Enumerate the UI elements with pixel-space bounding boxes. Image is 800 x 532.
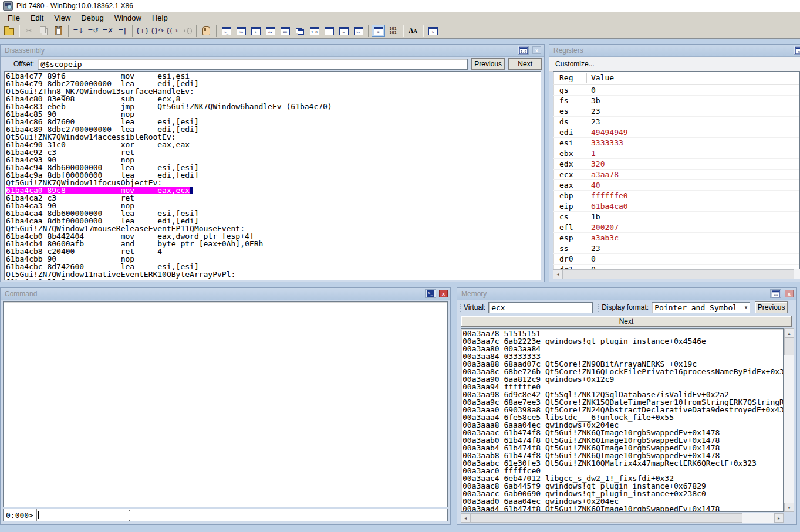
toolbar-gripper[interactable] [598,303,599,312]
command-dock-button[interactable]: >_ [425,289,436,298]
command-input[interactable] [37,509,447,521]
register-value[interactable]: 23 [591,244,600,253]
register-row-esp[interactable]: espa3ab3c [553,233,799,243]
register-row-esi[interactable]: esi3333333 [553,138,799,148]
menu-view[interactable]: View [49,12,76,23]
registers-window-button[interactable]: ox [264,25,277,37]
register-value[interactable]: 40 [591,181,600,189]
disassembly-dock-button[interactable]: 1.0 [518,46,529,55]
scroll-down-icon[interactable]: ▾ [784,503,794,512]
open-source-file-button[interactable] [2,25,16,37]
menu-edit[interactable]: Edit [25,12,49,23]
register-value[interactable]: 0 [591,265,596,269]
disassembly-next-button[interactable]: Next [508,58,542,70]
scroll-up-icon[interactable]: ▴ [784,328,794,338]
disassembly-line[interactable]: 61ba4cc0 31c0 xor eax,eax [6,278,541,280]
register-value[interactable]: 0 [591,255,596,263]
register-value[interactable]: a3aa78 [591,170,619,179]
register-row-cs[interactable]: cs1b [553,212,799,222]
register-value[interactable]: ffffffe0 [591,191,628,200]
disassembly-close-button[interactable]: x [532,46,541,54]
scroll-left-icon[interactable]: ◂ [461,513,470,523]
memory-next-button[interactable]: Next [461,316,792,327]
register-value[interactable]: a3ab3c [591,233,619,242]
call-stack-window-button[interactable] [293,25,306,37]
register-row-gs[interactable]: gs0 [553,85,799,96]
register-row-edi[interactable]: edi49494949 [553,127,799,138]
register-row-eip[interactable]: eip61ba4ca0 [553,201,799,212]
menu-debug[interactable]: Debug [76,12,109,23]
options-button[interactable]: ✎ [426,25,440,37]
register-value[interactable]: 1 [591,149,596,158]
memory-view[interactable]: 00a3aa78 5151515100a3aa7c 6ab2223e qwind… [461,328,784,512]
register-value[interactable]: 200207 [591,223,619,232]
registers-hscrollbar[interactable]: ◂ [553,269,800,279]
register-row-ecx[interactable]: ecxa3aa78 [553,170,799,180]
break-button[interactable] [200,25,213,37]
command-close-button[interactable]: x [439,290,448,297]
register-row-dr1[interactable]: dr10 [553,265,799,269]
menu-file[interactable]: File [2,12,25,23]
disassembly-previous-button[interactable]: Previous [471,58,505,70]
registers-dock-button[interactable]: ox [794,46,800,55]
memory-hscrollbar[interactable]: ◂ ▸ [461,513,784,523]
register-value[interactable]: 320 [591,160,605,168]
registers-titlebar[interactable]: Registers ox [549,45,800,57]
processes-window-button[interactable]: ≔ [337,25,350,37]
memory-dock-button[interactable]: ≡≡ [770,289,781,298]
register-row-ds[interactable]: ds23 [553,117,799,127]
go-button[interactable]: ≡↓ [72,25,85,37]
font-button[interactable]: AA [406,25,420,37]
memory-vscrollbar[interactable]: ▴ ▾ [784,328,794,512]
memory-previous-button[interactable]: Previous [755,301,788,313]
stop-debugging-button[interactable]: ≡✗ [101,25,114,37]
disassembly-titlebar[interactable]: Disassembly 1.0 x [1,45,544,57]
memory-window-button[interactable]: ≡≡ [278,25,292,37]
display-format-dropdown[interactable]: Pointer and Symbol ▾ [652,302,750,313]
customize-button[interactable]: Customize... [555,60,595,68]
source-mode-off-button[interactable]: 101 101 [386,25,400,37]
register-row-ebp[interactable]: ebpffffffe0 [553,191,799,201]
register-value[interactable]: 0 [591,86,596,94]
command-browser-button[interactable]: >- [352,25,365,37]
disassembly-window-button[interactable]: 1.0 [308,25,321,37]
toolbar-gripper[interactable] [460,303,461,312]
registers-hscroll-thumb[interactable] [563,269,794,279]
memory-titlebar[interactable]: Memory ≡≡ x [457,288,796,300]
register-value[interactable]: 61ba4ca0 [591,202,628,211]
disassembly-code-view[interactable]: 61ba4c77 89f6 mov esi,esi61ba4c79 8dbc27… [4,71,541,280]
step-over-button[interactable]: {}↷ [150,25,164,37]
register-row-es[interactable]: es23 [553,106,799,117]
register-value[interactable]: 23 [591,117,600,126]
memory-close-button[interactable]: x [785,290,794,297]
cut-button[interactable]: ✂ [22,25,36,37]
register-value[interactable]: 1b [591,212,600,221]
step-out-button[interactable]: {(→ [165,25,178,37]
scroll-left-icon[interactable]: ◂ [553,269,563,279]
run-to-cursor-button[interactable]: →{) [180,25,193,37]
offset-input[interactable]: @$scopeip [38,59,468,70]
memory-vscroll-thumb[interactable] [784,338,794,355]
copy-button[interactable] [37,25,50,37]
command-window-button[interactable]: >_ [220,25,233,37]
memory-hscroll-thumb[interactable] [470,513,742,523]
scratch-pad-button[interactable] [322,25,336,37]
menu-help[interactable]: Help [147,12,173,23]
register-row-ss[interactable]: ss23 [553,243,799,254]
register-value[interactable]: 3333333 [591,138,623,147]
register-row-edx[interactable]: edx320 [553,159,799,170]
watch-window-button[interactable]: oo [234,25,248,37]
register-value[interactable]: 23 [591,107,600,116]
step-into-button[interactable]: {+} [136,25,149,37]
column-divider[interactable] [586,73,587,83]
register-row-fs[interactable]: fs3b [553,96,799,106]
restart-button[interactable]: ≡↺ [86,25,100,37]
locals-window-button[interactable]: ✎ [249,25,262,37]
source-mode-on-button[interactable]: ≡ [372,25,385,37]
memory-line[interactable]: 00a3aad4 61b474f8 Qt5Gui!ZNK6QImage10rgb… [463,505,783,512]
register-value[interactable]: 3b [591,96,600,105]
virtual-address-input[interactable]: ecx [488,302,593,313]
paste-button[interactable] [52,25,65,37]
register-value[interactable]: 49494949 [591,128,628,137]
detach-process-button[interactable]: ≡‖ [116,25,129,37]
